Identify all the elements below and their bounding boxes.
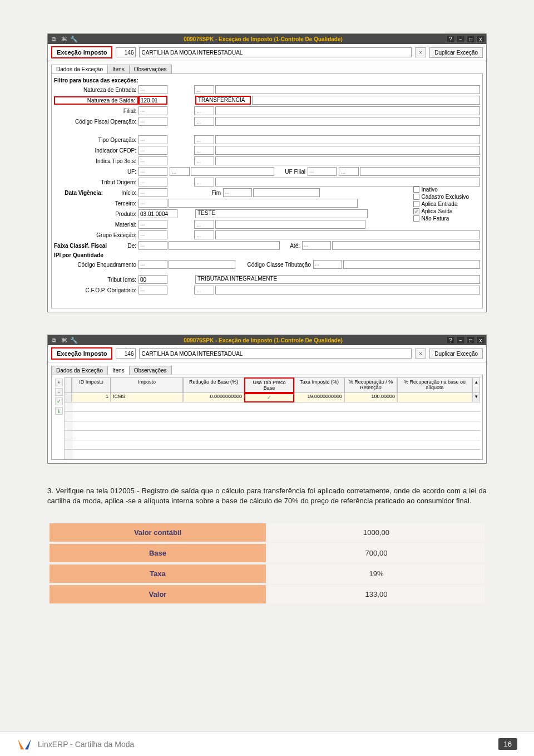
lookup-cfop[interactable]: ... — [194, 117, 214, 126]
help-icon[interactable]: ? — [446, 35, 455, 43]
export-icon[interactable]: ⤓ — [55, 407, 63, 415]
input-ind-3os[interactable]: ... — [139, 156, 167, 165]
col-reducao[interactable]: Redução de Base (%) — [183, 377, 244, 393]
tab-observacoes[interactable]: Observações — [129, 65, 172, 73]
col-id-imposto[interactable]: ID Imposto — [72, 377, 111, 393]
chk-ap-sai[interactable]: ✓ — [413, 208, 419, 214]
scroll-up-icon[interactable]: ▴ — [472, 377, 480, 393]
summary-label: Valor contábil — [50, 523, 266, 542]
input-cfop[interactable]: ... — [139, 117, 167, 126]
chk-ap-ent[interactable] — [413, 201, 419, 207]
input-filial[interactable]: ... — [139, 106, 167, 115]
titlebar-icon[interactable]: ⧉ — [50, 35, 58, 43]
input-cod-classe[interactable]: ... — [313, 260, 342, 269]
input-ate[interactable]: ... — [302, 241, 331, 250]
lookup-nat-entrada[interactable]: ... — [194, 85, 214, 94]
input-fim[interactable]: ... — [223, 188, 252, 197]
maximize-button[interactable]: □ — [466, 35, 475, 43]
col-usa-tab[interactable]: Usa Tab Preco Base — [244, 377, 294, 393]
label-terceiro: Terceiro: — [54, 200, 139, 207]
input-trib-icms[interactable] — [139, 275, 167, 284]
name-input[interactable] — [139, 348, 412, 359]
lookup-tipo-op[interactable]: ... — [194, 135, 214, 144]
input-nat-saida[interactable] — [139, 96, 167, 105]
input-uf-filial[interactable]: ... — [308, 167, 337, 176]
cell-reducao[interactable]: 0.0000000000 — [183, 393, 244, 402]
minimize-button[interactable]: − — [456, 336, 465, 344]
name-input[interactable] — [139, 47, 412, 57]
lbl-ap-sai: Aplica Saída — [421, 208, 452, 214]
titlebar-icon[interactable]: ⌘ — [60, 336, 68, 344]
wrench-icon[interactable]: 🔧 — [70, 35, 78, 43]
input-terceiro[interactable]: ... — [139, 199, 167, 208]
add-row-icon[interactable]: + — [55, 379, 63, 386]
input-inicio[interactable]: ... — [139, 188, 167, 197]
titlebar-icon[interactable]: ⌘ — [60, 35, 68, 43]
lookup-cfop-ob[interactable]: ... — [194, 286, 214, 294]
tab-itens[interactable]: Itens — [107, 366, 130, 375]
input-trib-origem[interactable]: ... — [139, 178, 167, 186]
cell-imposto[interactable]: ICMS — [111, 393, 183, 402]
input-ind-cfop[interactable]: ... — [139, 146, 167, 155]
input-cfop-ob[interactable]: ... — [139, 286, 167, 294]
label-faixa: Faixa Classif. Fiscal — [54, 243, 122, 249]
label-nat-saida: Natureza de Saída: — [54, 96, 139, 105]
remove-row-icon[interactable]: − — [55, 388, 63, 396]
close-button[interactable]: x — [476, 336, 485, 344]
tab-itens[interactable]: Itens — [107, 65, 130, 73]
lookup-uf-filial[interactable]: ... — [339, 167, 359, 176]
duplicate-button[interactable]: Duplicar Exceção — [429, 348, 483, 359]
cell-taxa[interactable]: 19.0000000000 — [294, 393, 344, 402]
label-cod-enq: Código Enquadramento — [54, 262, 139, 268]
lookup-ind-3os[interactable]: ... — [194, 156, 214, 165]
cell-recup[interactable]: 100.00000 — [344, 393, 397, 402]
cell-recup-base[interactable] — [397, 393, 472, 402]
window-title: 009075SPK - Exceção de Imposto (1-Contro… — [80, 36, 446, 42]
lookup-grupo-exc[interactable]: ... — [194, 230, 214, 239]
col-recup-base[interactable]: % Recuperação na base ou alíquota — [397, 377, 472, 393]
scroll-down-icon[interactable]: ▾ — [472, 393, 480, 402]
wrench-icon[interactable]: 🔧 — [70, 336, 78, 344]
filter-title: Filtro para busca das exceções: — [54, 76, 480, 85]
chk-inativo[interactable] — [413, 186, 419, 193]
lbl-nao-fat: Não Fatura — [421, 215, 449, 222]
col-taxa[interactable]: Taxa Imposto (%) — [294, 377, 344, 393]
clear-button[interactable]: × — [415, 348, 426, 359]
code-input[interactable] — [116, 47, 136, 57]
tab-observacoes[interactable]: Observações — [129, 366, 172, 375]
label-grupo-exc: Grupo Exceção: — [54, 232, 139, 238]
window-title: 009075SPK - Exceção de Imposto (1-Contro… — [80, 337, 446, 343]
summary-value: 1000,00 — [268, 523, 484, 542]
tab-dados-excecao[interactable]: Dados da Exceção — [51, 366, 108, 375]
input-tipo-op[interactable]: ... — [139, 135, 167, 144]
input-uf[interactable]: ... — [139, 167, 167, 176]
tab-dados-excecao[interactable]: Dados da Exceção — [51, 65, 108, 73]
input-nat-entrada[interactable]: ... — [139, 85, 167, 94]
close-button[interactable]: x — [476, 35, 485, 43]
cell-id[interactable]: 1 — [72, 393, 111, 402]
clear-button[interactable]: × — [415, 47, 426, 57]
col-recup[interactable]: % Recuperação / % Retenção — [344, 377, 397, 393]
lookup-filial[interactable]: ... — [194, 106, 214, 115]
lookup-uf[interactable]: ... — [170, 167, 190, 176]
cell-usa-tab[interactable]: ✓ — [244, 393, 294, 402]
maximize-button[interactable]: □ — [466, 336, 475, 344]
minimize-button[interactable]: − — [456, 35, 465, 43]
help-icon[interactable]: ? — [446, 336, 455, 344]
duplicate-button[interactable]: Duplicar Exceção — [429, 47, 483, 58]
lookup-material[interactable]: ... — [194, 220, 214, 229]
col-imposto[interactable]: Imposto — [111, 377, 183, 393]
chk-cad-exc[interactable] — [413, 194, 419, 200]
input-produto[interactable] — [139, 209, 177, 218]
lookup-trib-origem[interactable]: ... — [194, 178, 214, 186]
titlebar-icon[interactable]: ⧉ — [50, 336, 58, 344]
chk-nao-fat[interactable] — [413, 215, 419, 222]
code-input[interactable] — [116, 348, 136, 359]
input-material[interactable]: ... — [139, 220, 167, 229]
input-grupo-exc[interactable]: ... — [139, 230, 167, 239]
input-cod-enq[interactable]: ... — [139, 260, 167, 269]
form-header: Exceção Imposto × Duplicar Exceção — [48, 44, 486, 61]
save-row-icon[interactable]: ✓ — [55, 397, 63, 405]
lookup-ind-cfop[interactable]: ... — [194, 146, 214, 155]
input-de[interactable]: ... — [139, 241, 167, 250]
